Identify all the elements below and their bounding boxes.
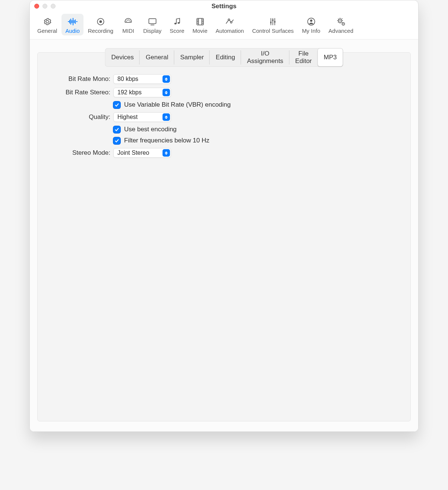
tab-label: Recording: [88, 28, 113, 34]
tab-label: MIDI: [122, 28, 134, 34]
tab-label: Advanced: [328, 28, 353, 34]
midi-icon: [122, 16, 134, 27]
tab-label: Control Surfaces: [252, 28, 294, 34]
traffic-lights: [34, 4, 56, 9]
quality-value: Highest: [117, 114, 138, 120]
stereo-mode-select[interactable]: Joint Stereo: [113, 148, 171, 158]
svg-rect-7: [149, 19, 156, 23]
svg-point-4: [129, 20, 130, 21]
person-circle-icon: [305, 16, 317, 27]
tab-audio[interactable]: Audio: [61, 14, 83, 35]
tab-label: Automation: [216, 28, 244, 34]
stereo-mode-value: Joint Stereo: [117, 150, 149, 156]
audio-subtabs: Devices General Sampler Editing I/O Assi…: [105, 48, 343, 67]
quality-label: Quality:: [48, 113, 113, 121]
mp3-settings-form: Bit Rate Mono: 80 kbps Bit Rate Stereo: …: [48, 74, 400, 158]
tab-display[interactable]: Display: [139, 14, 165, 35]
tab-automation[interactable]: Automation: [212, 14, 248, 35]
svg-point-5: [130, 21, 130, 21]
gears-icon: [335, 16, 347, 27]
chevron-up-down-icon: [163, 89, 170, 96]
tab-label: Display: [143, 28, 161, 34]
vbr-label: Use Variable Bit Rate (VBR) encoding: [124, 101, 231, 109]
settings-toolbar: General Audio Recording MIDI: [30, 12, 418, 40]
tab-label: General: [37, 28, 57, 34]
tab-score[interactable]: Score: [166, 14, 188, 35]
film-icon: [194, 16, 206, 27]
chevron-up-down-icon: [163, 149, 170, 157]
chevron-up-down-icon: [163, 75, 170, 83]
tab-label: Movie: [193, 28, 208, 34]
close-icon[interactable]: [34, 4, 39, 9]
zoom-icon[interactable]: [51, 4, 56, 9]
waveform-icon: [67, 16, 79, 27]
svg-point-17: [310, 19, 312, 22]
minimize-icon[interactable]: [42, 4, 47, 9]
subtab-devices[interactable]: Devices: [105, 48, 140, 66]
title-bar: Settings: [30, 0, 418, 12]
subtab-sampler[interactable]: Sampler: [174, 48, 209, 66]
svg-point-1: [99, 20, 102, 23]
settings-window: Settings General Audio R: [29, 0, 419, 432]
svg-point-19: [340, 20, 341, 21]
filter-checkbox[interactable]: [113, 137, 120, 144]
bit-rate-stereo-label: Bit Rate Stereo:: [48, 89, 113, 96]
bit-rate-mono-value: 80 kbps: [117, 76, 138, 82]
subtab-editing[interactable]: Editing: [210, 48, 241, 66]
tab-label: My Info: [302, 28, 320, 34]
score-icon: [171, 16, 183, 27]
svg-rect-15: [274, 21, 276, 22]
record-icon: [95, 16, 107, 27]
display-icon: [146, 16, 158, 27]
best-encoding-checkbox[interactable]: [113, 126, 120, 133]
settings-panel: Devices General Sampler Editing I/O Assi…: [37, 52, 411, 421]
quality-select[interactable]: Highest: [113, 112, 171, 122]
tab-advanced[interactable]: Advanced: [325, 14, 357, 35]
bit-rate-stereo-value: 192 kbps: [117, 89, 142, 96]
tab-my-info[interactable]: My Info: [298, 14, 324, 35]
tab-midi[interactable]: MIDI: [118, 14, 139, 35]
tab-label: Audio: [65, 28, 79, 34]
svg-point-21: [343, 23, 344, 24]
best-encoding-label: Use best encoding: [124, 126, 177, 133]
subtab-general[interactable]: General: [140, 48, 174, 66]
settings-body: Devices General Sampler Editing I/O Assi…: [30, 40, 418, 431]
svg-rect-13: [270, 22, 272, 23]
automation-icon: [224, 16, 236, 27]
tab-general[interactable]: General: [34, 14, 61, 35]
vbr-checkbox[interactable]: [113, 101, 120, 109]
subtab-mp3[interactable]: MP3: [318, 48, 343, 66]
svg-point-11: [228, 19, 230, 20]
svg-rect-14: [272, 19, 274, 21]
stereo-mode-label: Stereo Mode:: [48, 149, 113, 157]
subtab-file-editor[interactable]: File Editor: [289, 48, 318, 66]
svg-point-3: [127, 20, 127, 21]
tab-label: Score: [170, 28, 184, 34]
sliders-icon: [267, 16, 279, 27]
svg-point-12: [231, 21, 232, 23]
tab-recording[interactable]: Recording: [84, 14, 117, 35]
gear-icon: [41, 16, 53, 27]
svg-rect-6: [128, 19, 129, 20]
chevron-up-down-icon: [163, 113, 170, 121]
filter-label: Filter frequencies below 10 Hz: [124, 137, 209, 144]
bit-rate-mono-label: Bit Rate Mono:: [48, 75, 113, 83]
bit-rate-stereo-select[interactable]: 192 kbps: [113, 88, 171, 97]
window-title: Settings: [211, 3, 236, 10]
tab-movie[interactable]: Movie: [189, 14, 211, 35]
bit-rate-mono-select[interactable]: 80 kbps: [113, 74, 171, 84]
svg-point-2: [126, 21, 127, 21]
subtab-io[interactable]: I/O Assignments: [241, 48, 289, 66]
tab-control-surfaces[interactable]: Control Surfaces: [248, 14, 297, 35]
